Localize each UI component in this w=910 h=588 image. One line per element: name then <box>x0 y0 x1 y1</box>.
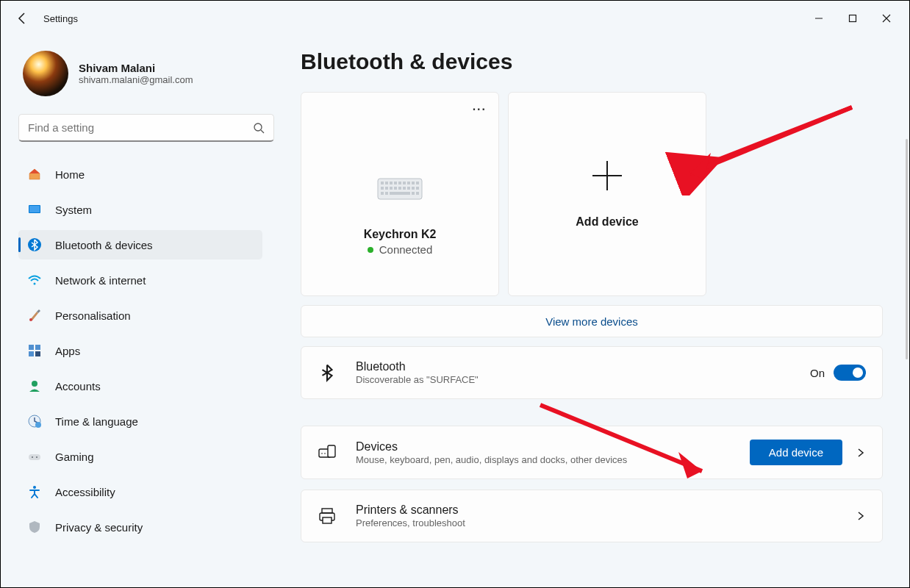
sidebar-item-label: Apps <box>55 345 80 357</box>
maximize-button[interactable] <box>836 7 870 30</box>
accessibility-icon <box>27 484 42 499</box>
wifi-icon <box>27 273 42 287</box>
sidebar-item-time-language[interactable]: Time & language <box>18 406 262 436</box>
svg-rect-22 <box>385 182 388 184</box>
svg-rect-24 <box>394 182 397 184</box>
svg-point-48 <box>321 453 323 454</box>
devices-row[interactable]: Devices Mouse, keyboard, pen, audio, dis… <box>301 426 883 479</box>
svg-point-49 <box>324 453 326 454</box>
profile[interactable]: Shivam Malani shivam.malani@gmail.com <box>23 51 262 96</box>
more-button[interactable]: ··· <box>473 103 487 116</box>
plus-icon <box>591 159 623 192</box>
status-dot-icon <box>368 247 373 253</box>
sidebar-item-home[interactable]: Home <box>18 159 262 189</box>
sidebar-item-label: Privacy & security <box>55 521 143 534</box>
device-status: Connected <box>368 243 433 256</box>
sidebar-item-bluetooth-devices[interactable]: Bluetooth & devices <box>18 230 262 259</box>
titlebar: Settings <box>1 1 909 36</box>
svg-rect-28 <box>412 182 415 184</box>
svg-rect-35 <box>403 187 406 190</box>
add-device-label: Add device <box>576 215 638 229</box>
sidebar-item-accessibility[interactable]: Accessibility <box>18 477 262 506</box>
svg-line-3 <box>261 130 264 133</box>
svg-rect-32 <box>390 187 393 190</box>
close-button[interactable] <box>870 7 903 30</box>
sidebar-item-label: Bluetooth & devices <box>55 239 153 251</box>
bluetooth-toggle[interactable] <box>834 365 866 381</box>
bluetooth-toggle-row: Bluetooth Discoverable as "SURFACE" On <box>301 346 883 399</box>
svg-point-18 <box>36 456 37 458</box>
svg-rect-12 <box>35 351 40 356</box>
svg-rect-43 <box>416 192 419 195</box>
devices-icon <box>318 443 337 462</box>
add-device-button[interactable]: Add device <box>750 440 842 465</box>
search-icon <box>253 122 265 134</box>
sidebar-item-label: Accessibility <box>55 486 115 498</box>
sidebar-item-apps[interactable]: Apps <box>18 336 262 365</box>
sidebar-item-label: Gaming <box>55 451 94 463</box>
svg-rect-42 <box>412 192 415 195</box>
sidebar-item-label: Personalisation <box>55 309 131 322</box>
main-content: Bluetooth & devices ··· Keychron K2 Conn… <box>274 36 909 587</box>
home-icon <box>27 167 42 182</box>
svg-rect-1 <box>850 15 856 22</box>
sidebar-item-accounts[interactable]: Accounts <box>18 371 262 401</box>
person-icon <box>27 379 42 393</box>
toggle-state-label: On <box>810 367 825 379</box>
page-title: Bluetooth & devices <box>301 49 892 74</box>
printers-row[interactable]: Printers & scanners Preferences, trouble… <box>301 490 883 542</box>
brush-icon <box>27 308 42 323</box>
add-device-tile[interactable]: Add device <box>508 92 706 296</box>
profile-email: shivam.malani@gmail.com <box>79 74 193 85</box>
sidebar-item-network[interactable]: Network & internet <box>18 265 262 295</box>
svg-rect-23 <box>390 182 393 184</box>
devices-subtitle: Mouse, keyboard, pen, audio, displays an… <box>356 454 750 465</box>
svg-point-19 <box>33 486 36 489</box>
svg-point-8 <box>29 318 32 321</box>
svg-rect-41 <box>390 192 410 195</box>
printers-title: Printers & scanners <box>356 503 856 517</box>
sidebar-item-personalisation[interactable]: Personalisation <box>18 301 262 330</box>
chevron-right-icon <box>856 448 866 458</box>
back-button[interactable] <box>15 11 30 26</box>
device-tile-keychron[interactable]: ··· Keychron K2 Connected <box>301 92 499 296</box>
sidebar-item-label: Network & internet <box>55 274 146 287</box>
profile-name: Shivam Malani <box>79 62 193 74</box>
search-box[interactable] <box>18 114 274 142</box>
svg-rect-39 <box>381 192 384 195</box>
svg-rect-31 <box>385 187 388 190</box>
svg-point-13 <box>32 381 37 387</box>
sidebar: Shivam Malani shivam.malani@gmail.com Ho… <box>1 36 274 587</box>
scrollbar[interactable] <box>906 139 908 359</box>
svg-rect-21 <box>381 182 384 184</box>
search-input[interactable] <box>28 121 253 134</box>
sidebar-item-label: Accounts <box>55 380 101 392</box>
devices-title: Devices <box>356 440 750 453</box>
bluetooth-icon <box>318 363 337 382</box>
minimize-button[interactable] <box>802 7 836 30</box>
svg-rect-29 <box>416 182 419 184</box>
svg-rect-16 <box>29 454 40 460</box>
svg-rect-33 <box>394 187 397 190</box>
svg-point-2 <box>254 123 262 131</box>
svg-point-17 <box>32 456 33 458</box>
chevron-right-icon <box>856 511 866 521</box>
view-more-label: View more devices <box>545 315 638 328</box>
svg-rect-37 <box>412 187 415 190</box>
device-status-text: Connected <box>379 243 433 256</box>
sidebar-item-label: System <box>55 204 92 216</box>
svg-rect-11 <box>29 351 34 356</box>
view-more-devices[interactable]: View more devices <box>301 305 883 337</box>
sidebar-item-gaming[interactable]: Gaming <box>18 442 262 471</box>
sidebar-item-privacy[interactable]: Privacy & security <box>18 512 262 542</box>
sidebar-item-system[interactable]: System <box>18 195 262 224</box>
sidebar-item-label: Home <box>55 168 85 181</box>
svg-rect-10 <box>35 345 40 350</box>
printers-subtitle: Preferences, troubleshoot <box>356 517 856 528</box>
svg-rect-9 <box>29 345 34 350</box>
sidebar-item-label: Time & language <box>55 415 138 428</box>
svg-rect-50 <box>322 509 332 513</box>
svg-rect-38 <box>416 187 419 190</box>
svg-rect-40 <box>385 192 388 195</box>
bluetooth-subtitle: Discoverable as "SURFACE" <box>356 374 810 385</box>
